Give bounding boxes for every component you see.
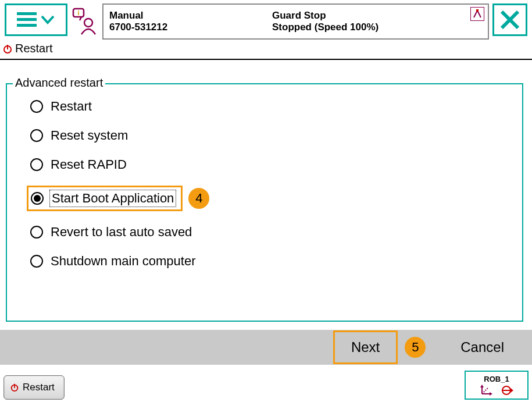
taskbar-tab-label: Restart: [23, 382, 55, 393]
rob-label: ROB_1: [484, 375, 509, 383]
callout-badge-4: 4: [188, 188, 209, 209]
radio-icon: [30, 158, 43, 171]
svg-line-15: [482, 388, 488, 394]
radio-revert[interactable]: Revert to last auto saved: [30, 224, 510, 240]
status-panel: Manual 6700-531212 Guard Stop Stopped (S…: [102, 3, 489, 40]
coordinate-system-button[interactable]: ROB_1: [465, 371, 529, 400]
radio-label: Reset RAPID: [49, 156, 128, 173]
svg-rect-1: [17, 18, 37, 21]
axes-icon: [480, 385, 494, 396]
radio-reset-rapid[interactable]: Reset RAPID: [30, 156, 510, 173]
operator-icon[interactable]: i: [71, 3, 99, 40]
power-icon: [2, 44, 13, 54]
taskbar-tab-restart[interactable]: Restart: [3, 375, 65, 400]
radio-icon: [30, 255, 43, 268]
state-label: Guard Stop: [272, 10, 482, 22]
mechanical-unit-icon[interactable]: [470, 7, 484, 21]
radio-icon: [30, 226, 43, 239]
callout-highlight-option: Start Boot Application: [27, 186, 183, 211]
radio-restart[interactable]: Restart: [30, 98, 510, 115]
cancel-button[interactable]: Cancel: [444, 335, 520, 360]
svg-point-5: [84, 19, 92, 27]
radio-label: Shutdown main computer: [49, 253, 197, 269]
radio-shutdown[interactable]: Shutdown main computer: [30, 253, 510, 269]
breadcrumb: Restart: [0, 40, 532, 60]
page-title: Restart: [15, 42, 52, 55]
close-icon: [499, 9, 520, 30]
group-legend: Advanced restart: [13, 76, 105, 90]
mode-label: Manual: [109, 10, 272, 22]
svg-text:i: i: [77, 9, 79, 16]
callout-badge-5: 5: [405, 337, 426, 358]
radio-icon: [30, 129, 43, 142]
svg-marker-16: [480, 385, 484, 387]
radio-label: Reset system: [49, 127, 130, 144]
svg-marker-20: [510, 388, 513, 393]
radio-label: Revert to last auto saved: [49, 224, 194, 240]
svg-rect-0: [17, 12, 37, 15]
svg-rect-6: [476, 9, 479, 12]
radio-icon: [31, 192, 44, 205]
status-text: Stopped (Speed 100%): [272, 22, 482, 33]
radio-label: Start Boot Application: [49, 190, 176, 207]
radio-start-boot[interactable]: Start Boot Application: [31, 190, 176, 207]
svg-marker-17: [490, 392, 492, 396]
callout-highlight-next: Next: [333, 330, 398, 364]
radio-label: Restart: [49, 98, 94, 115]
controller-id: 6700-531212: [109, 22, 272, 33]
next-button[interactable]: Next: [335, 335, 396, 360]
svg-rect-2: [17, 24, 37, 27]
power-icon: [10, 383, 19, 392]
chevron-down-icon: [40, 12, 55, 27]
close-button[interactable]: [492, 3, 527, 36]
taskbar: Restart ROB_1: [0, 368, 532, 402]
hamburger-icon: [17, 12, 37, 27]
button-bar: Next 5 Cancel: [0, 330, 532, 365]
radio-icon: [30, 100, 43, 113]
main-menu-button[interactable]: [5, 3, 67, 36]
radio-reset-system[interactable]: Reset system: [30, 127, 510, 144]
advanced-restart-group: Advanced restart Restart Reset system Re…: [6, 83, 523, 322]
rotate-icon: [499, 385, 513, 396]
